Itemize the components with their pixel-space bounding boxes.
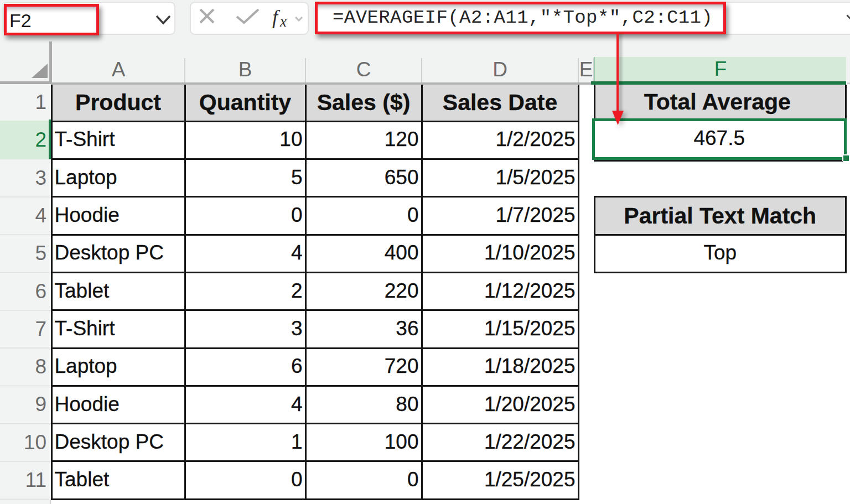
svg-text:x: x <box>279 13 287 30</box>
svg-text:f: f <box>272 6 281 28</box>
